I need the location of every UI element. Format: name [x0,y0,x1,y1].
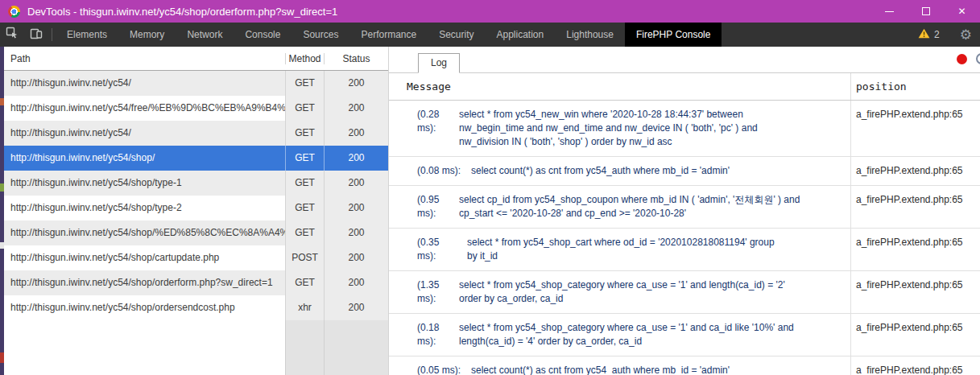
tab-console[interactable]: Console [234,23,292,47]
log-message-time: (0.35ms): [417,236,459,263]
clear-icon[interactable] [976,53,980,64]
network-row-status: 200 [324,220,388,245]
filler-method-cell [285,320,324,375]
log-message-sql: select * from yc54_shop_category where c… [459,278,785,306]
firephp-topbar: Log [389,47,980,73]
column-header-position: position [850,73,980,100]
log-message-time: (0.95ms): [417,193,459,220]
log-message-body: (0.05 ms):select count(*) as cnt from yc… [389,356,850,375]
tab-security[interactable]: Security [428,23,485,47]
title-bar: DevTools - thisgun.iwinv.net/yc54/shop/o… [0,0,980,23]
record-icon[interactable] [957,54,967,64]
log-message-position: a_firePHP.extend.php:65 [850,314,980,356]
tab-firephp-console[interactable]: FirePHP Console [625,23,722,47]
log-message-position: a_firePHP.extend.php:65 [850,229,980,270]
network-row-method: GET [285,96,324,121]
maximize-button[interactable] [908,0,944,23]
log-message-position: a_firePHP.extend.php:65 [850,186,980,228]
network-row-status: 200 [324,196,388,220]
log-message-position: a_firePHP.extend.php:65 [850,271,980,313]
network-row[interactable]: http://thisgun.iwinv.net/yc54/GET200 [4,121,388,146]
log-message-sql: select * from yc54_shop_cart where od_id… [459,236,775,263]
log-message: (0.28ms):select * from yc54_new_win wher… [389,101,980,157]
network-row-selected[interactable]: http://thisgun.iwinv.net/yc54/shop/GET20… [4,146,388,171]
firephp-panel: Log Message position (0.28ms):select * f… [389,47,980,375]
devtools-window: DevTools - thisgun.iwinv.net/yc54/shop/o… [0,0,980,375]
network-row-status: 200 [324,146,388,171]
log-message: (0.08 ms):select count(*) as cnt from yc… [389,157,980,186]
log-message: (0.35ms): select * from yc54_shop_cart w… [389,229,980,271]
tab-lighthouse[interactable]: Lighthouse [555,23,625,47]
tab-network[interactable]: Network [176,23,234,47]
network-row-path: http://thisgun.iwinv.net/yc54/shop/cartu… [4,245,285,270]
log-message-time: (0.05 ms): [417,364,471,375]
log-message-position: a_firePHP.extend.php:65 [850,356,980,375]
network-row-path: http://thisgun.iwinv.net/yc54/shop/ [4,146,285,171]
tab-performance[interactable]: Performance [349,23,428,47]
minimize-button[interactable] [871,0,908,23]
log-message: (1.35ms):select * from yc54_shop_categor… [389,271,980,314]
inspect-element-button[interactable] [0,23,24,47]
network-row-method: xhr [285,295,324,320]
network-row[interactable]: http://thisgun.iwinv.net/yc54/shop/type-… [4,171,388,196]
log-message-sql: select count(*) as cnt from yc54_auth wh… [471,164,730,178]
network-row-method: GET [285,146,324,171]
network-row-status: 200 [324,245,388,270]
log-message-sql: select * from yc54_new_win where '2020-1… [459,108,758,149]
network-row[interactable]: http://thisgun.iwinv.net/yc54/shop/order… [4,295,388,320]
log-message-time: (0.18ms): [417,321,459,348]
network-row-status: 200 [324,270,388,295]
gear-icon[interactable]: ⚙ [960,28,972,42]
network-row[interactable]: http://thisgun.iwinv.net/yc54/shop/order… [4,270,388,295]
network-row[interactable]: http://thisgun.iwinv.net/yc54/shop/cartu… [4,245,388,270]
log-message-position: a_firePHP.extend.php:65 [850,101,980,156]
window-title: DevTools - thisgun.iwinv.net/yc54/shop/o… [27,6,337,18]
log-message-body: (0.28ms):select * from yc54_new_win wher… [389,101,850,156]
log-message-sql: select * from yc54_shop_category where c… [459,321,794,348]
log-message: (0.95ms):select cp_id from yc54_shop_cou… [389,186,980,229]
network-table-filler [4,320,388,375]
device-toolbar-icon [30,27,43,43]
network-row-method: POST [285,245,324,270]
log-message-body: (1.35ms):select * from yc54_shop_categor… [389,271,850,313]
inspect-cursor-icon [6,27,19,43]
network-table-header: Path Method Status [4,47,388,71]
filler-status-cell [324,320,388,375]
network-row-path: http://thisgun.iwinv.net/yc54/shop/type-… [4,196,285,220]
log-message-list: (0.28ms):select * from yc54_new_win wher… [389,101,980,375]
column-header-message: Message [389,80,850,93]
network-row-status: 200 [324,121,388,146]
network-rows: http://thisgun.iwinv.net/yc54/GET200http… [4,71,388,320]
devtools-tabs: ElementsMemoryNetworkConsoleSourcesPerfo… [56,23,722,47]
log-message-sql: select cp_id from yc54_shop_coupon where… [459,193,800,220]
window-edge-artifact [0,47,4,375]
column-header-status[interactable]: Status [324,53,388,64]
network-row-method: GET [285,71,324,96]
close-button[interactable]: ✕ [944,0,980,23]
log-message-position: a_firePHP.extend.php:65 [850,157,980,185]
network-row-status: 200 [324,71,388,96]
warning-triangle-icon [918,28,930,41]
tab-elements[interactable]: Elements [56,23,118,47]
network-panel: Path Method Status http://thisgun.iwinv.… [4,47,389,375]
network-row-status: 200 [324,96,388,121]
warnings-badge[interactable]: 2 [918,28,940,41]
tab-application[interactable]: Application [486,23,556,47]
device-toolbar-button[interactable] [24,23,48,47]
log-message-time: (0.08 ms): [417,164,471,178]
log-message-sql: select count(*) as cnt from yc54_auth wh… [471,364,730,375]
tab-memory[interactable]: Memory [118,23,176,47]
log-message-time: (0.28ms): [417,108,459,149]
firephp-table-header: Message position [389,73,980,101]
network-row[interactable]: http://thisgun.iwinv.net/yc54/shop/%ED%8… [4,220,388,245]
network-row[interactable]: http://thisgun.iwinv.net/yc54/free/%EB%9… [4,96,388,121]
column-header-path[interactable]: Path [4,53,285,64]
tab-log[interactable]: Log [418,53,460,73]
tab-sources[interactable]: Sources [292,23,349,47]
network-row[interactable]: http://thisgun.iwinv.net/yc54/shop/type-… [4,196,388,220]
column-header-method[interactable]: Method [285,53,324,64]
chrome-logo-icon [8,6,20,18]
network-row-method: GET [285,121,324,146]
network-row[interactable]: http://thisgun.iwinv.net/yc54/GET200 [4,71,388,96]
filler-path-cell [4,320,285,375]
